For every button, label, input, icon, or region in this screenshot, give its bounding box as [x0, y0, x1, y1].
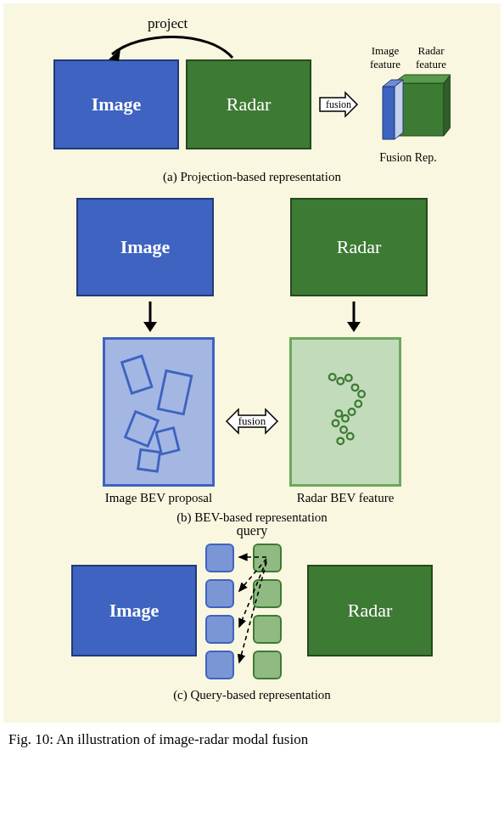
svg-rect-16 [138, 449, 160, 471]
svg-point-20 [345, 375, 352, 381]
query-tokens-image [205, 544, 234, 679]
image-block-b: Image [76, 198, 214, 296]
query-token-icon [205, 544, 234, 572]
svg-marker-11 [347, 322, 361, 332]
svg-point-24 [349, 408, 356, 415]
cube-label-radar: Radar feature [412, 44, 451, 71]
query-token-icon [253, 651, 282, 679]
query-label: query [237, 523, 267, 538]
query-token-icon [205, 651, 234, 679]
query-tokens-radar [253, 544, 282, 679]
query-token-icon [253, 579, 282, 608]
fusion-cube-column: Image feature Radar feature F [366, 44, 451, 165]
image-label-c: Image [109, 600, 160, 622]
svg-point-25 [342, 415, 349, 422]
bev-image-box [103, 337, 215, 487]
caption-a: (a) Projection-based representation [12, 165, 492, 194]
radar-block-c: Radar [307, 565, 433, 656]
image-block-c: Image [71, 565, 197, 656]
fusion-cube-icon [366, 71, 451, 148]
radar-block-b: Radar [290, 198, 428, 296]
radar-block-a: Radar [186, 59, 311, 149]
query-middle: query [205, 538, 299, 683]
query-token-icon [205, 615, 234, 644]
radar-label-c: Radar [348, 600, 393, 622]
figure-caption: Fig. 10: An illustration of image-radar … [0, 726, 504, 750]
image-label-b: Image [120, 236, 171, 258]
radar-label-a: Radar [227, 93, 272, 116]
fusion-biarrow-icon: fusion [225, 406, 279, 437]
svg-rect-14 [126, 412, 159, 447]
svg-point-21 [352, 385, 359, 392]
project-label: project [148, 15, 188, 32]
bev-image-label: Image BEV proposal [105, 490, 212, 505]
figure-panel: project Image Radar fusion Image feature [3, 3, 501, 723]
svg-point-28 [340, 426, 347, 433]
svg-marker-5 [383, 87, 395, 139]
svg-point-18 [329, 374, 336, 380]
svg-rect-13 [158, 371, 191, 414]
cube-label-image: Image feature [366, 44, 405, 71]
section-c: Image query [12, 538, 492, 713]
svg-point-23 [355, 401, 361, 408]
svg-point-29 [347, 433, 354, 440]
down-arrow-icon [137, 300, 163, 334]
svg-point-19 [337, 378, 344, 385]
svg-rect-15 [156, 428, 179, 454]
fusion-label-b: fusion [238, 414, 266, 428]
svg-marker-4 [444, 75, 451, 136]
svg-marker-9 [143, 322, 157, 332]
query-token-icon [253, 544, 282, 572]
svg-point-26 [336, 410, 343, 417]
fusion-arrow-icon-a: fusion [318, 91, 359, 118]
fusion-label-a: fusion [326, 99, 351, 111]
bev-radar-box [289, 337, 401, 487]
bev-radar-label: Radar BEV feature [297, 490, 395, 505]
image-block-a: Image [53, 59, 179, 149]
bev-proposals-icon [105, 340, 212, 484]
svg-point-22 [358, 391, 365, 397]
caption-c: (c) Query-based representation [12, 683, 492, 713]
svg-marker-7 [395, 80, 403, 139]
radar-label-b: Radar [337, 236, 382, 258]
section-a: project Image Radar fusion Image feature [12, 14, 492, 194]
svg-point-27 [333, 420, 339, 427]
fusion-rep-label: Fusion Rep. [379, 151, 437, 165]
bev-points-icon [292, 340, 399, 484]
image-label-a: Image [92, 93, 142, 116]
svg-point-30 [337, 438, 344, 445]
query-token-icon [205, 579, 234, 608]
svg-rect-12 [122, 356, 152, 393]
query-token-icon [253, 615, 282, 644]
down-arrow-icon [341, 300, 367, 334]
section-b: Image Radar [12, 198, 492, 535]
